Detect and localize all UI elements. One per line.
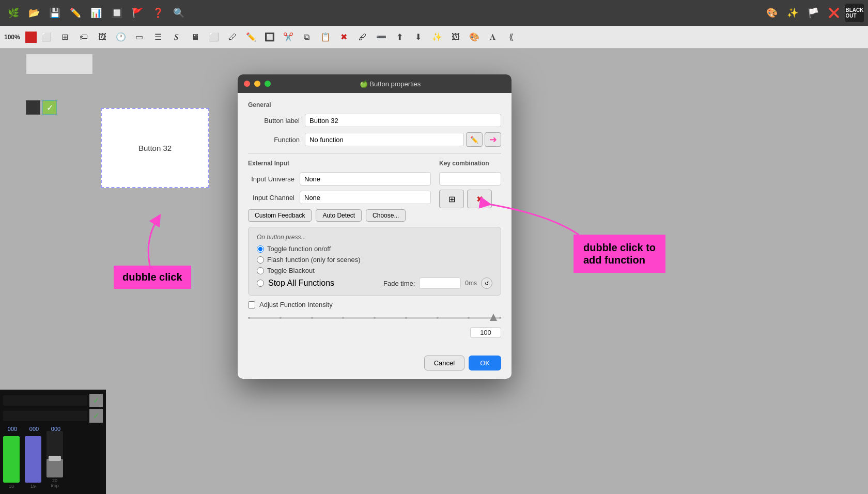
ok-button[interactable]: OK <box>469 356 501 371</box>
fade-time-input[interactable] <box>419 277 461 289</box>
intensity-dot <box>248 317 250 319</box>
v-slider-gray[interactable]: 20trop <box>47 431 63 489</box>
v-slider-blue[interactable]: 19 <box>25 436 41 489</box>
sec-btn-img2[interactable]: 🖼 <box>447 28 464 46</box>
sec-btn-text[interactable]: 𝐀 <box>484 28 502 46</box>
slider-row-2: ✓ <box>3 409 103 423</box>
red-square <box>25 32 37 43</box>
radio-flash-function: Flash function (only for scenes) <box>257 256 492 264</box>
color-squares: ✓ <box>26 100 57 115</box>
toolbar-btn-help[interactable]: ❓ <box>149 4 167 22</box>
button-label-input[interactable] <box>305 114 501 127</box>
input-universe-input[interactable] <box>300 172 431 186</box>
traffic-light-green[interactable] <box>265 81 271 87</box>
intensity-dot <box>405 317 407 319</box>
function-edit-btn[interactable]: ✏️ <box>466 132 483 147</box>
input-channel-row: Input Channel <box>248 191 431 204</box>
intensity-dot <box>342 317 344 319</box>
sec-btn-img[interactable]: 🖼 <box>94 28 111 46</box>
button32-widget[interactable]: Button 32 <box>101 108 209 188</box>
sec-btn-delete[interactable]: ✖ <box>335 28 353 46</box>
toolbar-btn-edit[interactable]: ✏️ <box>66 4 85 22</box>
sec-btn-up[interactable]: ⬆ <box>391 28 409 46</box>
check-square[interactable]: ✓ <box>42 100 57 115</box>
intensity-dot <box>311 317 313 319</box>
radio-toggle-blackout-input[interactable] <box>257 267 264 274</box>
sec-btn-rect[interactable]: ▭ <box>131 28 148 46</box>
sec-btn-redrect[interactable]: ⬜ <box>205 28 223 46</box>
key-icon-btn-grid[interactable]: ⊞ <box>439 190 464 208</box>
v-slider-label-18: 18 <box>9 484 14 489</box>
sec-btn-arrow[interactable]: ⟪ <box>503 28 520 46</box>
toolbar-btn-close-red[interactable]: ❌ <box>825 4 843 22</box>
function-input-group: ✏️ ➜ <box>305 132 501 147</box>
sec-btn-circuit[interactable]: 🔲 <box>261 28 278 46</box>
adjust-intensity-checkbox[interactable] <box>248 301 255 308</box>
toolbar-btn-save[interactable]: 💾 <box>45 4 64 22</box>
sec-btn-s[interactable]: 𝑺 <box>168 28 185 46</box>
sec-btn-tag[interactable]: 🏷 <box>75 28 92 46</box>
input-channel-label: Input Channel <box>248 194 295 202</box>
function-input[interactable] <box>305 133 464 146</box>
sec-btn-down[interactable]: ⬇ <box>410 28 427 46</box>
action-btn-row: Custom Feedback Auto Detect Choose... <box>248 209 431 222</box>
sec-btn-pen2[interactable]: 🖋 <box>354 28 371 46</box>
custom-feedback-btn[interactable]: Custom Feedback <box>248 209 312 222</box>
sec-btn-copy[interactable]: ⧉ <box>298 28 316 46</box>
v-slider-label-20: 20trop <box>51 478 59 489</box>
key-combination-col: Key combination ⊞ ✖ <box>439 160 501 227</box>
intensity-dot <box>280 317 282 319</box>
v-slider-green[interactable]: 18 <box>3 436 20 489</box>
toolbar-btn-grid[interactable]: 🔲 <box>107 4 126 22</box>
key-combination-label: Key combination <box>439 160 501 167</box>
toolbar-btn-search[interactable]: 🔍 <box>169 4 188 22</box>
choose-btn[interactable]: Choose... <box>366 209 406 222</box>
divider-1 <box>248 153 501 153</box>
function-row: Function ✏️ ➜ <box>248 132 501 147</box>
sec-btn-list[interactable]: ☰ <box>149 28 167 46</box>
cancel-button[interactable]: Cancel <box>424 356 464 371</box>
toolbar-btn-flag[interactable]: 🚩 <box>128 4 147 22</box>
canvas-area: ✓ Button 32 ✓ ✓ 000 000 000 <box>0 49 868 494</box>
sec-btn-monitor[interactable]: 🖥 <box>187 28 204 46</box>
toolbar-btn-color[interactable]: 🎨 <box>763 4 781 22</box>
radio-toggle-function-input[interactable] <box>257 245 264 253</box>
traffic-light-yellow[interactable] <box>254 81 260 87</box>
toolbar-btn-open[interactable]: 📂 <box>25 4 43 22</box>
toolbar-btn-blackout[interactable]: BLACKOUT <box>845 4 864 22</box>
toolbar-btn-flag2[interactable]: 🏳️ <box>804 4 823 22</box>
general-section-label: General <box>248 101 501 109</box>
function-arrow-btn[interactable]: ➜ <box>485 132 501 147</box>
function-field-label: Function <box>248 136 300 144</box>
auto-detect-btn[interactable]: Auto Detect <box>316 209 362 222</box>
key-icon-btn-close[interactable]: ✖ <box>467 190 492 208</box>
grid-icon: ⊞ <box>448 194 455 204</box>
sec-btn-pen[interactable]: 🖊 <box>224 28 241 46</box>
external-key-section: External Input Input Universe Input Chan… <box>248 160 501 227</box>
sec-btn-grid[interactable]: ⊞ <box>56 28 74 46</box>
dialog-icon: 🍏 <box>360 80 368 88</box>
check-btn-1[interactable]: ✓ <box>89 394 103 407</box>
sec-btn-paste[interactable]: 📋 <box>317 28 334 46</box>
toolbar-btn-wand[interactable]: ✨ <box>783 4 802 22</box>
key-combo-input[interactable] <box>439 172 501 186</box>
sec-btn-color2[interactable]: 🎨 <box>466 28 483 46</box>
intensity-slider[interactable] <box>248 313 501 323</box>
traffic-light-red[interactable] <box>244 81 250 87</box>
radio-flash-function-input[interactable] <box>257 256 264 264</box>
toolbar-btn-leaf[interactable]: 🌿 <box>4 4 23 22</box>
sec-btn-pencil[interactable]: ✏️ <box>242 28 260 46</box>
fade-time-label: Fade time: <box>383 280 415 287</box>
sec-btn-star[interactable]: ✨ <box>428 28 446 46</box>
sec-btn-cut[interactable]: ✂️ <box>280 28 297 46</box>
sec-btn-square[interactable]: ⬜ <box>38 28 55 46</box>
input-channel-input[interactable] <box>300 191 431 204</box>
sec-btn-clock[interactable]: 🕐 <box>112 28 130 46</box>
check-btn-2[interactable]: ✓ <box>89 409 103 423</box>
intensity-value-input[interactable] <box>470 327 501 338</box>
radio-stop-all-input[interactable] <box>257 280 264 287</box>
fade-spinner-btn[interactable]: ↺ <box>481 277 492 289</box>
toolbar-btn-chart[interactable]: 📊 <box>87 4 105 22</box>
sec-btn-minus[interactable]: ➖ <box>373 28 390 46</box>
intensity-dots <box>248 316 501 319</box>
